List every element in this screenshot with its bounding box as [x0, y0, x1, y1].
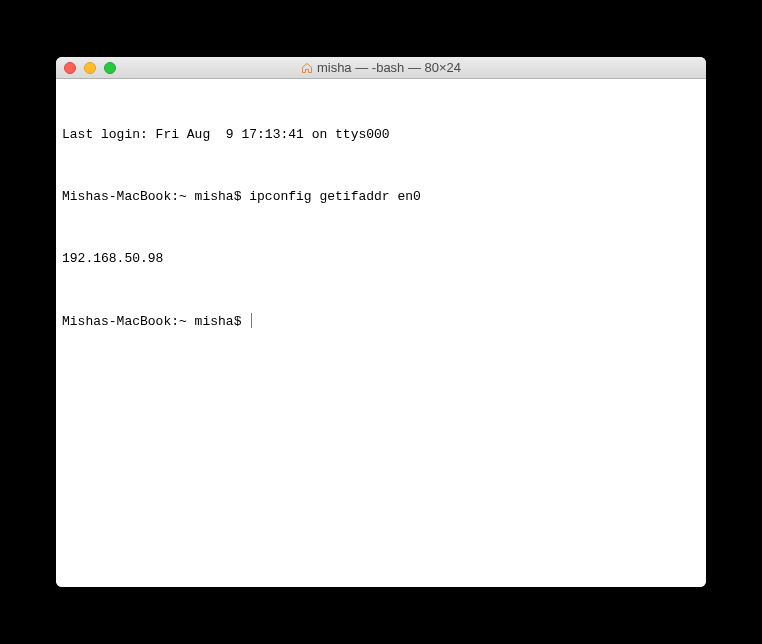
terminal-text: Last login: Fri Aug 9 17:13:41 on ttys00… — [62, 127, 390, 142]
window-title: misha — -bash — 80×24 — [317, 60, 461, 75]
minimize-button[interactable] — [84, 62, 96, 74]
maximize-button[interactable] — [104, 62, 116, 74]
close-button[interactable] — [64, 62, 76, 74]
terminal-line: 192.168.50.98 — [62, 249, 700, 270]
terminal-line: Mishas-MacBook:~ misha$ ipconfig getifad… — [62, 187, 700, 208]
terminal-prompt: Mishas-MacBook:~ misha$ — [62, 189, 249, 204]
terminal-prompt: Mishas-MacBook:~ misha$ — [62, 314, 249, 329]
terminal-line: Mishas-MacBook:~ misha$ — [62, 312, 700, 333]
cursor — [251, 313, 252, 328]
terminal-body[interactable]: Last login: Fri Aug 9 17:13:41 on ttys00… — [56, 79, 706, 587]
titlebar: misha — -bash — 80×24 — [56, 57, 706, 79]
terminal-text: 192.168.50.98 — [62, 251, 163, 266]
traffic-lights — [56, 62, 116, 74]
terminal-command: ipconfig getifaddr en0 — [249, 189, 421, 204]
terminal-window: misha — -bash — 80×24 Last login: Fri Au… — [56, 57, 706, 587]
home-icon — [301, 62, 313, 74]
window-title-wrap: misha — -bash — 80×24 — [56, 60, 706, 75]
terminal-line: Last login: Fri Aug 9 17:13:41 on ttys00… — [62, 125, 700, 146]
